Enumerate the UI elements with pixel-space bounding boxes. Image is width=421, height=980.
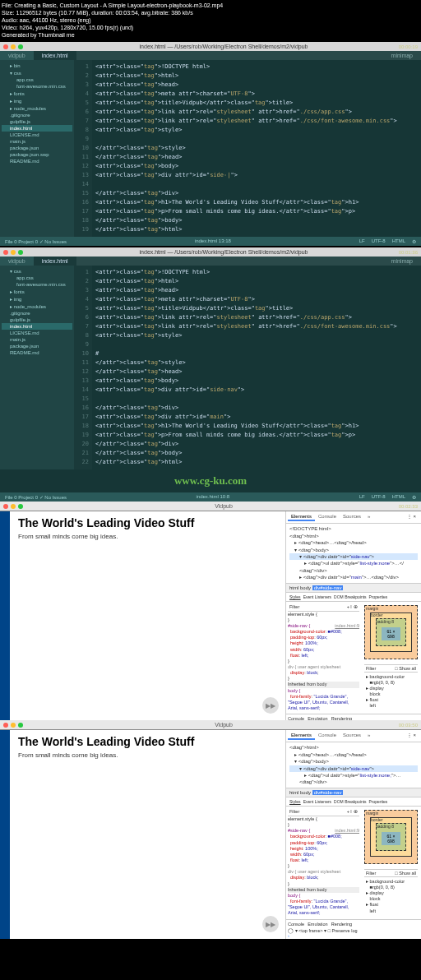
tree-item[interactable]: ▸ fonts [2, 288, 72, 295]
style-toolbar-icons[interactable]: + ⁞ ⊕ [347, 604, 358, 610]
dom-node[interactable]: <dtag">html> [289, 533, 418, 539]
styles-pane[interactable]: Filter+ ⁞ ⊕ element.style {} #side-nav {… [286, 602, 361, 714]
styles-subtab[interactable]: Event Listeners [303, 594, 331, 599]
tree-item[interactable]: ▸ img [2, 97, 72, 104]
styles-subtab[interactable]: Styles [289, 594, 301, 599]
zoom-icon[interactable] [18, 723, 23, 728]
dom-node[interactable]: ▾ <dtag">body> [289, 758, 418, 765]
minimize-icon[interactable] [11, 250, 16, 255]
close-icon[interactable] [3, 44, 8, 49]
tree-item[interactable]: package.json [2, 145, 72, 151]
drawer-tab[interactable]: Emulation [308, 922, 327, 927]
file-tree[interactable]: ▾ cssapp.cssfont-awesome.min.css▸ fonts▸… [0, 266, 74, 469]
tree-item[interactable]: ▸ node_modules [2, 303, 72, 310]
tree-item[interactable]: LICENSE.md [2, 330, 72, 336]
side-nav[interactable] [0, 730, 10, 939]
minimap-tab[interactable]: minimap [383, 51, 421, 60]
zoom-icon[interactable] [18, 504, 23, 509]
styles-subtab[interactable]: Event Listeners [303, 799, 331, 804]
tree-item[interactable]: ▾ css [2, 69, 72, 76]
devtools-tab-elements[interactable]: Elements [288, 513, 315, 521]
close-icon[interactable] [3, 504, 8, 509]
drawer-tab[interactable]: Rendering [331, 922, 352, 927]
tree-item[interactable]: ▸ bin [2, 62, 72, 69]
settings-icon[interactable]: ⚙ [412, 238, 416, 244]
dom-node[interactable]: ▾ <dtag">div dattr">id="side-nav"> [289, 553, 418, 560]
dom-node[interactable]: <dtag">/div> [289, 567, 418, 574]
tree-item[interactable]: README.md [2, 349, 72, 356]
breadcrumb-item[interactable]: html [289, 790, 298, 795]
dom-tree[interactable]: <dtag">html>▸ <dtag">head>…<dtag">/head>… [286, 742, 421, 787]
project-tab[interactable]: vidpub [0, 257, 34, 266]
app-viewport[interactable]: The World's Leading Video Stuff From sma… [0, 730, 285, 939]
dom-node[interactable]: ▸ <dtag">ul dattr">style="list-style:non… [289, 560, 418, 566]
styles-subtab[interactable]: DOM Breakpoints [334, 799, 366, 804]
devtools-tab-elements[interactable]: Elements [288, 732, 315, 740]
tree-item[interactable]: gulpfile.js [2, 317, 72, 323]
breadcrumb-item[interactable]: div#side-nav [312, 585, 344, 590]
code-editor[interactable]: 12345678910111213141516171819202122 <att… [74, 266, 421, 469]
dom-node[interactable]: ▸ <dtag">head>…<dtag">/head> [289, 539, 418, 546]
tree-item[interactable]: README.md [2, 158, 72, 164]
tree-item[interactable]: app.css [2, 275, 72, 281]
tree-item[interactable]: ▸ img [2, 295, 72, 303]
dom-node[interactable]: <!DOCTYPE html> [289, 525, 418, 532]
minimize-icon[interactable] [11, 44, 16, 49]
dom-node[interactable]: <dtag">html> [289, 744, 418, 751]
tree-item[interactable]: package.json.swp [2, 151, 72, 158]
side-nav[interactable] [0, 511, 10, 720]
devtools-settings-icon[interactable]: ⋮ × [404, 513, 419, 521]
tree-item[interactable]: ▸ fonts [2, 90, 72, 97]
minimize-icon[interactable] [11, 504, 16, 509]
styles-subtab[interactable]: Properties [369, 799, 388, 804]
tree-item[interactable]: app.css [2, 76, 72, 83]
styles-subtab[interactable]: DOM Breakpoints [334, 594, 366, 599]
tree-item[interactable]: font-awesome.min.css [2, 281, 72, 288]
breadcrumb-item[interactable]: div#side-nav [312, 790, 344, 795]
file-tab[interactable]: index.html [34, 257, 76, 266]
close-icon[interactable] [3, 250, 8, 255]
tree-item[interactable]: main.js [2, 336, 72, 343]
more-tabs-icon[interactable]: » [364, 732, 373, 740]
console-drawer[interactable]: ConsoleEmulationRendering ◯ ▾ <top frame… [286, 919, 421, 940]
zoom-icon[interactable] [18, 250, 23, 255]
settings-icon[interactable]: ⚙ [412, 494, 416, 500]
minimize-icon[interactable] [11, 723, 16, 728]
tree-item[interactable]: font-awesome.min.css [2, 83, 72, 90]
tree-item[interactable]: .gitignore [2, 112, 72, 118]
dom-node[interactable]: <dtag">/div> [289, 779, 418, 785]
breadcrumb-item[interactable]: body [300, 585, 311, 590]
app-viewport[interactable]: The World's Leading Video Stuff From sma… [0, 511, 285, 720]
tree-item[interactable]: LICENSE.md [2, 132, 72, 138]
drawer-tab[interactable]: Console [288, 922, 304, 927]
tree-item[interactable]: gulpfile.js [2, 118, 72, 125]
tree-item[interactable]: .gitignore [2, 310, 72, 317]
dom-node[interactable]: ▾ <dtag">div dattr">id="side-nav"> [289, 765, 418, 772]
play-button-icon[interactable]: ▶▶ [262, 697, 279, 714]
more-tabs-icon[interactable]: » [364, 513, 373, 521]
devtools-settings-icon[interactable]: ⋮ × [404, 732, 419, 740]
breadcrumb-item[interactable]: body [300, 790, 311, 795]
style-toolbar-icons[interactable]: + ⁞ ⊕ [347, 809, 358, 815]
styles-pane[interactable]: Filter+ ⁞ ⊕ element.style {} #side-nav {… [286, 807, 361, 919]
tree-item[interactable]: index.html [2, 125, 72, 132]
zoom-icon[interactable] [18, 44, 23, 49]
styles-subtab[interactable]: Styles [289, 799, 301, 804]
file-tab[interactable]: index.html [34, 51, 76, 60]
code-editor[interactable]: 12345678910111213141516171819 <attr">cla… [74, 60, 421, 237]
devtools-tab-console[interactable]: Console [315, 732, 340, 740]
tree-item[interactable]: ▸ node_modules [2, 104, 72, 112]
minimap-tab[interactable]: minimap [383, 257, 421, 266]
tree-item[interactable]: main.js [2, 138, 72, 145]
devtools-tab-sources[interactable]: Sources [340, 513, 364, 521]
tree-item[interactable]: index.html [2, 323, 72, 330]
tree-item[interactable]: package.json [2, 343, 72, 349]
dom-node[interactable]: ▾ <dtag">body> [289, 547, 418, 553]
dom-node[interactable]: ▸ <dtag">div dattr">id="main">…<dtag">/d… [289, 574, 418, 580]
breadcrumb-item[interactable]: html [289, 585, 298, 590]
devtools-tab-sources[interactable]: Sources [340, 732, 364, 740]
project-tab[interactable]: vidpub [0, 51, 34, 60]
dom-node[interactable]: ▸ <dtag">head>…<dtag">/head> [289, 751, 418, 758]
styles-subtab[interactable]: Properties [369, 594, 388, 599]
play-button-icon[interactable]: ▶▶ [262, 916, 279, 932]
